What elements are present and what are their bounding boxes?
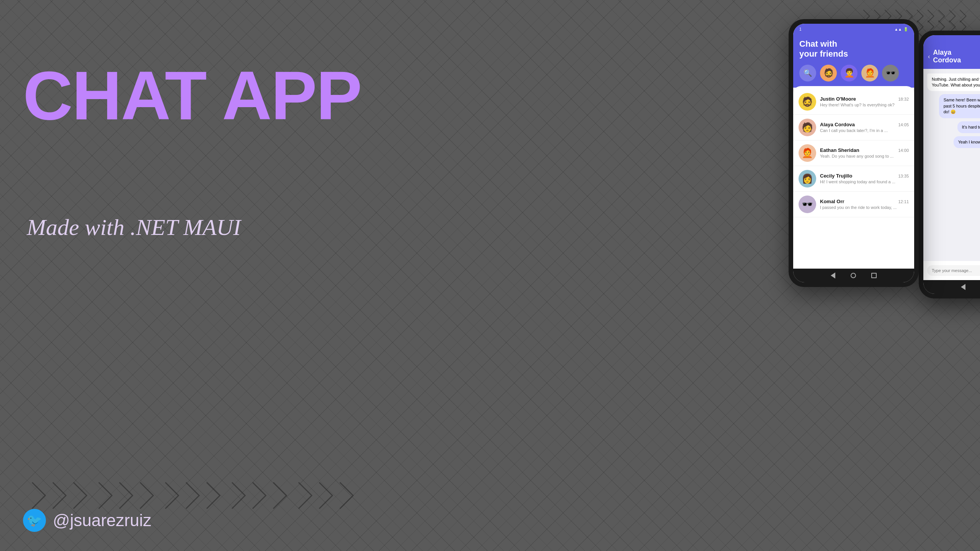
chat-info-komal: Komal Orr 12:11 I passed you on the ride…	[820, 199, 909, 210]
chat-item-alaya[interactable]: 🧑 Alaya Cordova 14:05 Can I call you bac…	[793, 115, 914, 140]
chat-name-justin: Justin O'Moore	[820, 96, 856, 102]
chat-avatar-eathan: 🧑‍🦰	[799, 144, 816, 162]
message-text: Same here! Been watching YouTube for the…	[944, 98, 980, 114]
phone2-screen: 📍 Search ▲▲ 🔋 ‹ Alaya Cordova 📞 📹	[923, 35, 980, 294]
chat-info-eathan: Eathan Sheridan 14:00 Yeah. Do you have …	[820, 147, 909, 158]
chat-item-eathan[interactable]: 🧑‍🦰 Eathan Sheridan 14:00 Yeah. Do you h…	[793, 140, 914, 166]
chat-header-eathan: Eathan Sheridan 14:00	[820, 147, 909, 153]
message-row: Nothing. Just chilling and watching YouT…	[927, 73, 980, 91]
chat-header-justin: Justin O'Moore 18:32	[820, 96, 909, 102]
chat-preview-komal: I passed you on the ride to work today, …	[820, 205, 909, 210]
message-bubble-sent: Yeah I know. I'm in the same position 😄	[954, 136, 980, 148]
stories-row: 🔍 🧔 🧑‍🦱 🧑‍🦰 🕶️	[799, 65, 908, 82]
chat-preview-cecily: Hi! I went shopping today and found a ..…	[820, 179, 909, 184]
message-text: Nothing. Just chilling and watching YouT…	[932, 77, 980, 87]
message-row: 18:39 It's hard to be productive, man 😅	[927, 121, 980, 133]
chat-item-justin[interactable]: 🧔 Justin O'Moore 18:32 Hey there! What's…	[793, 89, 914, 115]
home-nav-button[interactable]	[851, 273, 856, 278]
chat-avatar-alaya: 🧑	[799, 119, 816, 136]
chat-time-justin: 18:32	[898, 97, 909, 101]
chat-time-alaya: 14:05	[898, 122, 909, 127]
message-row: Yeah I know. I'm in the same position 😄	[927, 136, 980, 148]
message-bubble-sent: Same here! Been watching YouTube for the…	[939, 94, 980, 118]
phone1-screen: 1 ▲▲ 🔋 Chat withyour friends 🔍 🧔 🧑‍🦱 🧑‍🦰…	[793, 24, 914, 282]
chat-name-komal: Komal Orr	[820, 199, 844, 204]
wifi-icon: ▲▲	[894, 27, 902, 31]
chat-name-alaya: Alaya Cordova	[820, 122, 855, 127]
phone1-time: 1	[799, 27, 802, 31]
search-stories-button[interactable]: 🔍	[799, 65, 816, 82]
chat-item-cecily[interactable]: 👩 Cecily Trujillo 13:35 Hi! I went shopp…	[793, 166, 914, 192]
phone1-app-header: Chat withyour friends 🔍 🧔 🧑‍🦱 🧑‍🦰 🕶️	[793, 34, 914, 88]
phone2-status-bar: 📍 Search ▲▲ 🔋	[923, 35, 980, 46]
twitter-handle-section: 🐦 @jsuarezruiz	[23, 509, 151, 532]
message-bubble-received: Nothing. Just chilling and watching YouT…	[927, 73, 980, 91]
chat-name-cecily: Cecily Trujillo	[820, 173, 853, 179]
phone1-header-title: Chat withyour friends	[799, 39, 908, 59]
message-text: It's hard to be productive, man 😅	[962, 125, 980, 129]
chat-info-justin: Justin O'Moore 18:32 Hey there! What's u…	[820, 96, 909, 107]
phones-showcase: 📍 Search ▲▲ 🔋 ‹ Alaya Cordova 📞 📹	[789, 19, 919, 287]
phone-chat-list: 1 ▲▲ 🔋 Chat withyour friends 🔍 🧔 🧑‍🦱 🧑‍🦰…	[789, 19, 919, 287]
story-avatar-1[interactable]: 🧔	[820, 65, 837, 82]
chat-item-komal[interactable]: 🕶️ Komal Orr 12:11 I passed you on the r…	[793, 192, 914, 217]
messages-area: Nothing. Just chilling and watching YouT…	[923, 69, 980, 261]
message-input-area: ➤	[923, 261, 980, 280]
chat-detail-header: ‹ Alaya Cordova 📞 📹	[923, 46, 980, 69]
contact-name: Alaya Cordova	[933, 49, 980, 64]
chat-info-cecily: Cecily Trujillo 13:35 Hi! I went shoppin…	[820, 173, 909, 184]
message-bubble-sent: It's hard to be productive, man 😅	[957, 121, 980, 133]
chat-time-cecily: 13:35	[898, 174, 909, 178]
app-subtitle: Made with .NET MAUI	[27, 214, 241, 241]
chat-header-komal: Komal Orr 12:11	[820, 199, 909, 204]
chat-avatar-justin: 🧔	[799, 93, 816, 111]
message-input[interactable]	[927, 265, 980, 276]
chat-header-alaya: Alaya Cordova 14:05	[820, 122, 909, 127]
back-nav-button[interactable]	[831, 272, 835, 279]
phone-chat-detail: 📍 Search ▲▲ 🔋 ‹ Alaya Cordova 📞 📹	[919, 31, 980, 298]
back-arrow-icon[interactable]: ‹	[928, 53, 930, 60]
message-row: 18:39 Same here! Been watching YouTube f…	[927, 94, 980, 118]
chat-time-eathan: 14:00	[898, 148, 909, 153]
phone1-status-bar: 1 ▲▲ 🔋	[793, 24, 914, 34]
chevrons-bottom-left-decoration	[23, 486, 350, 505]
back-nav-button[interactable]	[961, 284, 965, 290]
story-avatar-4[interactable]: 🕶️	[882, 65, 899, 82]
chat-name-eathan: Eathan Sheridan	[820, 147, 859, 153]
message-text: Yeah I know. I'm in the same position 😄	[958, 140, 980, 144]
chat-avatar-cecily: 👩	[799, 170, 816, 187]
story-avatar-3[interactable]: 🧑‍🦰	[861, 65, 878, 82]
chat-header-cecily: Cecily Trujillo 13:35	[820, 173, 909, 179]
app-main-title: CHAT APP	[23, 61, 361, 130]
chat-list: 🧔 Justin O'Moore 18:32 Hey there! What's…	[793, 86, 914, 269]
status-icons: ▲▲ 🔋	[894, 27, 908, 31]
chat-preview-alaya: Can I call you back later?, I'm in a ...	[820, 128, 909, 133]
story-avatar-2[interactable]: 🧑‍🦱	[841, 65, 858, 82]
chat-preview-eathan: Yeah. Do you have any good song to ...	[820, 154, 909, 158]
chat-time-komal: 12:11	[898, 199, 909, 204]
chat-preview-justin: Hey there! What's up? Is everything ok?	[820, 103, 909, 107]
twitter-username: @jsuarezruiz	[53, 511, 151, 530]
recents-nav-button[interactable]	[871, 273, 877, 278]
battery-icon: 🔋	[903, 27, 908, 31]
twitter-icon: 🐦	[23, 509, 46, 532]
phone1-nav-bar	[793, 269, 914, 282]
phone2-nav-bar	[923, 280, 980, 294]
chat-info-alaya: Alaya Cordova 14:05 Can I call you back …	[820, 122, 909, 133]
chat-avatar-komal: 🕶️	[799, 196, 816, 213]
